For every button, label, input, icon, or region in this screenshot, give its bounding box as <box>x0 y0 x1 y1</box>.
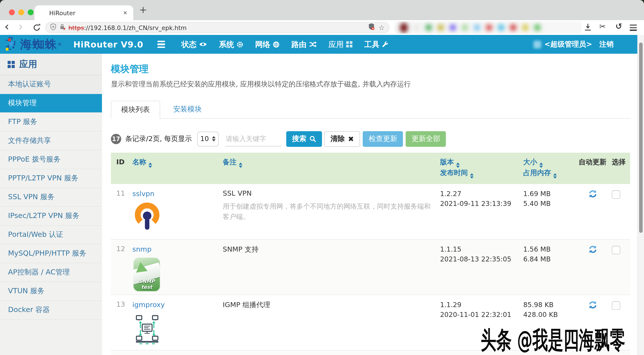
sidebar-item-pppoe[interactable]: PPPoE 拨号服务 <box>0 150 102 169</box>
sidebar-header-label: 应用 <box>19 58 37 70</box>
screen: HiRouter ✕ + ‹ › x https ://192.168.0.1/… <box>0 0 644 355</box>
sidebar-header: 应用 <box>0 54 102 75</box>
sidebar-item-pptp-l2tp[interactable]: PPTP/L2TP VPN 服务 <box>0 169 102 188</box>
sidebar-item-portal-web[interactable]: Portal/Web 认证 <box>0 226 102 244</box>
sidebar-item-ipsec-l2tp[interactable]: IPsec/L2TP VPN 服务 <box>0 207 102 226</box>
apps-grid-icon <box>8 61 15 68</box>
browser-toolbar: ‹ › x https ://192.168.0.1/zh_CN/srv_epk… <box>0 20 644 35</box>
col-remark[interactable]: 备注 <box>223 157 440 179</box>
tab-install-module[interactable]: 安装模块 <box>162 101 212 118</box>
page-size-select[interactable]: 10 <box>197 131 219 146</box>
url-scheme: https <box>68 24 84 31</box>
auto-update-refresh-icon[interactable] <box>588 245 597 294</box>
extensions-blurred-strip[interactable] <box>394 22 582 34</box>
window-minimize-button[interactable] <box>18 10 24 15</box>
sort-icon[interactable] <box>470 173 474 179</box>
col-name[interactable]: 名称 <box>130 157 223 179</box>
url-bar[interactable]: x https ://192.168.0.1/zh_CN/srv_epk.htm… <box>45 22 390 33</box>
page-title: 模块管理 <box>111 63 148 75</box>
sidebar-item-local-auth[interactable]: 本地认证账号 <box>0 75 102 94</box>
search-button[interactable]: 搜索 <box>286 131 322 147</box>
sidebar-item-module-management[interactable]: 模块管理 <box>0 94 102 113</box>
sort-icon[interactable] <box>148 163 152 168</box>
module-name-link[interactable]: igmproxy <box>132 301 165 309</box>
sort-icon[interactable] <box>539 163 543 168</box>
col-version-date[interactable]: 版本 发布时间 <box>440 157 523 179</box>
sidebar-item-file-share[interactable]: 文件存储共享 <box>0 132 102 150</box>
sidebar-item-docker[interactable]: Docker 容器 <box>0 301 102 320</box>
sidebar-item-ap-ac[interactable]: AP控制器 / AC管理 <box>0 263 102 282</box>
module-name-link[interactable]: sslvpn <box>132 190 154 198</box>
scrollbar-track[interactable] <box>637 35 644 355</box>
check-update-button[interactable]: 检查更新 <box>363 131 403 147</box>
new-tab-button[interactable]: + <box>138 5 148 15</box>
keyword-search-input[interactable] <box>225 131 281 146</box>
logout-link[interactable]: 注销 <box>599 40 614 49</box>
spinner-icon[interactable] <box>212 136 216 142</box>
clear-button[interactable]: 清除 ✖ <box>324 131 360 147</box>
sort-icon[interactable] <box>239 163 242 168</box>
menu-route[interactable]: 路由 <box>291 39 317 50</box>
tab-title: HiRouter <box>49 9 75 16</box>
sidebar-item-mysql-php-http[interactable]: MySQL/PHP/HTTP 服务 <box>0 244 102 263</box>
module-remark-title: SNMP 支持 <box>223 245 440 254</box>
table-header: ID 名称 备注 版本 发布时间 大小 占用内存 自动更新 选择 <box>111 153 630 184</box>
scrollbar-thumb[interactable] <box>639 43 643 233</box>
sidebar-item-vtun[interactable]: VTUN 服务 <box>0 282 102 301</box>
module-version: 1.1.29 <box>440 300 523 310</box>
sort-icon[interactable] <box>456 163 460 168</box>
igmp-network-icon <box>133 313 223 346</box>
row-select-checkbox[interactable] <box>612 190 620 199</box>
scissors-icon[interactable]: ✂ <box>599 22 606 31</box>
window-zoom-button[interactable] <box>28 10 34 15</box>
tab-close-icon[interactable]: ✕ <box>123 10 128 16</box>
permissions-shield-icon[interactable] <box>50 23 56 32</box>
bookmark-star-icon[interactable]: ☆ <box>378 24 384 32</box>
back-icon[interactable]: ‹ <box>4 20 9 33</box>
module-date: 2021-08-13 22:35:05 <box>440 254 523 264</box>
window-close-button[interactable] <box>9 10 15 15</box>
module-name-link[interactable]: snmp <box>132 245 152 253</box>
download-icon[interactable] <box>584 23 592 33</box>
browser-menu-icon[interactable] <box>630 25 637 31</box>
auto-update-refresh-icon[interactable] <box>588 189 597 239</box>
module-memory: 6.84 MB <box>523 254 573 264</box>
shuffle-icon <box>309 41 317 48</box>
eye-icon <box>199 42 207 47</box>
brand-logo: 海蜘蛛 ® <box>4 37 62 52</box>
row-select-checkbox[interactable] <box>612 301 620 310</box>
row-select-checkbox[interactable] <box>612 246 620 254</box>
blocked-content-shield-icon[interactable] <box>368 23 374 32</box>
page-description: 显示和管理当前系统已经安装的应用模块, 应用模块以特定的压缩格式存放于磁盘, 并… <box>111 80 411 89</box>
wrench-icon <box>382 41 389 48</box>
menu-tools[interactable]: 工具 <box>364 39 389 50</box>
module-remark-title: IGMP 组播代理 <box>223 300 440 310</box>
browser-tab[interactable]: HiRouter ✕ <box>34 5 133 20</box>
globe-icon <box>273 41 280 48</box>
forward-icon[interactable]: › <box>18 20 23 33</box>
module-id: 13 <box>111 300 130 350</box>
sort-icon[interactable] <box>553 173 557 179</box>
brand-registered-mark: ® <box>58 42 62 47</box>
username-blurred <box>534 41 541 48</box>
menu-system[interactable]: 系统 <box>219 39 244 50</box>
sidebar-item-ftp[interactable]: FTP 服务 <box>0 113 102 132</box>
user-role-label: <超级管理员> <box>544 40 592 49</box>
undo-icon[interactable]: ↺ <box>616 22 622 31</box>
gear-icon <box>237 41 244 48</box>
menu-status[interactable]: 状态 <box>181 39 207 50</box>
app-navbar: 海蜘蛛 ® HiRouter V9.0 状态 系统 网络 路由 应用 <box>0 35 644 54</box>
reload-icon[interactable] <box>33 24 41 33</box>
module-size: 1.56 MB <box>523 245 573 254</box>
sidebar: 应用 本地认证账号 模块管理 FTP 服务 文件存储共享 PPPoE 拨号服务 … <box>0 54 102 355</box>
menu-apps[interactable]: 应用 <box>328 39 353 50</box>
module-id: 11 <box>111 189 130 239</box>
sidebar-item-ssl-vpn[interactable]: SSL VPN 服务 <box>0 188 102 207</box>
module-remark-title: SSL VPN <box>223 189 440 197</box>
col-size-memory[interactable]: 大小 占用内存 <box>523 157 573 179</box>
menu-network[interactable]: 网络 <box>255 39 280 50</box>
update-all-button[interactable]: 更新全部 <box>406 131 446 147</box>
tab-module-list[interactable]: 模块列表 <box>111 101 160 119</box>
insecure-lock-icon[interactable]: x <box>59 23 66 32</box>
menu-toggle-icon[interactable] <box>158 41 165 48</box>
